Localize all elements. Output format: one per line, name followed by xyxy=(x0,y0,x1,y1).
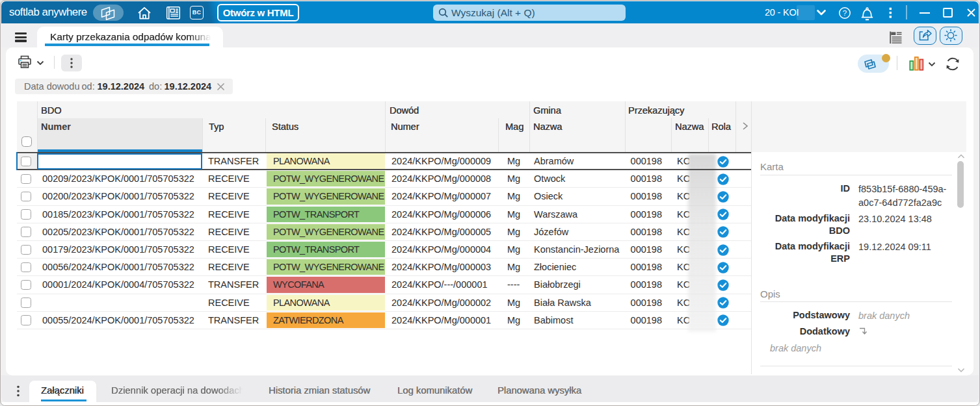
svg-text:?: ? xyxy=(842,9,846,17)
